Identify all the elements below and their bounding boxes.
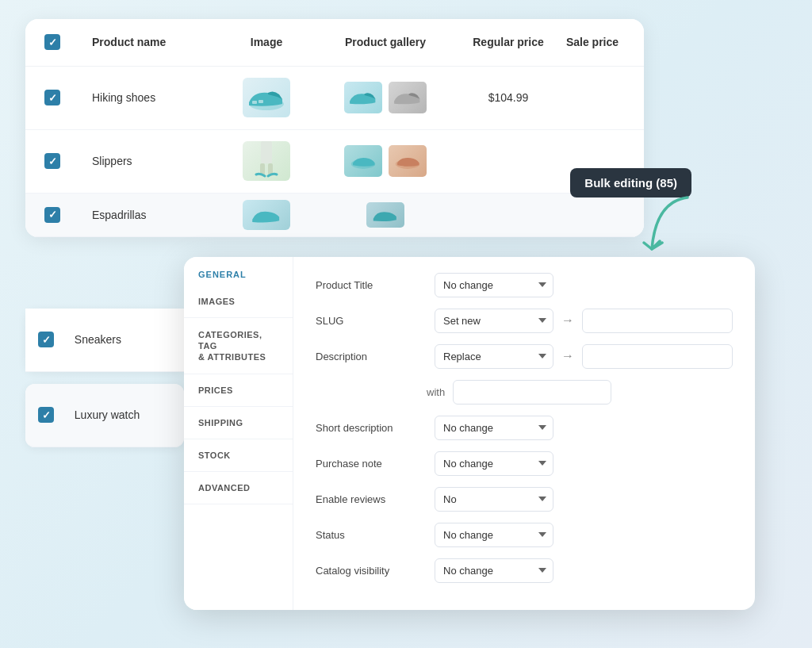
catalog-visibility-select[interactable]: No change Shop and search results Shop o… bbox=[435, 558, 553, 583]
row-image-cell bbox=[219, 78, 314, 117]
product-title-select[interactable]: No change Set new Replace bbox=[435, 273, 553, 297]
purchase-note-select[interactable]: No change Set new Replace bbox=[435, 451, 553, 476]
description-with-row: with bbox=[427, 380, 733, 405]
field-label-enable-reviews: Enable reviews bbox=[316, 493, 427, 505]
field-row-short-description: Short description No change Set new Repl… bbox=[316, 416, 733, 440]
row-checkbox-espadrillas[interactable] bbox=[44, 207, 60, 223]
col-header-sale-price: Sale price bbox=[560, 36, 625, 48]
field-row-status: Status No change Draft Published Private bbox=[316, 523, 733, 547]
field-label-description: Description bbox=[316, 351, 427, 362]
row-checkbox-sneakers[interactable] bbox=[38, 332, 54, 347]
bulk-edit-content: Product Title No change Set new Replace … bbox=[293, 257, 755, 610]
table-row: Sneakers bbox=[25, 309, 184, 372]
row-checkbox-cell bbox=[44, 90, 92, 105]
field-row-product-title: Product Title No change Set new Replace bbox=[316, 273, 733, 297]
row-regular-price: $104.99 bbox=[457, 91, 560, 104]
row-product-name: Luxury watch bbox=[75, 408, 171, 421]
svg-rect-2 bbox=[259, 100, 263, 103]
row-gallery-cell bbox=[314, 82, 457, 113]
row-product-name: Sneakers bbox=[75, 333, 171, 346]
status-select[interactable]: No change Draft Published Private bbox=[435, 523, 553, 547]
enable-reviews-select[interactable]: No No change Yes bbox=[435, 487, 553, 512]
col-header-product-name: Product name bbox=[92, 36, 219, 48]
bulk-arrow bbox=[640, 194, 703, 273]
short-description-select[interactable]: No change Set new Replace bbox=[435, 416, 553, 440]
field-label-purchase-note: Purchase note bbox=[316, 458, 427, 470]
slug-arrow-icon: → bbox=[561, 313, 574, 328]
field-row-slug: SLUG Set new No change Replace → bbox=[316, 309, 733, 333]
header-checkbox-cell bbox=[44, 34, 92, 50]
row-checkbox-cell bbox=[38, 407, 75, 423]
description-select[interactable]: Replace No change Set new Append Prepend bbox=[435, 344, 553, 369]
field-label-status: Status bbox=[316, 529, 427, 541]
col-header-gallery: Product gallery bbox=[314, 36, 457, 48]
row-checkbox-luxury-watch[interactable] bbox=[38, 407, 54, 423]
bulk-edit-panel: GENERAL IMAGES CATEGORIES, TAG& ATTRIBUT… bbox=[184, 257, 755, 610]
table-row: Espadrillas bbox=[25, 194, 644, 237]
description-arrow-icon: → bbox=[561, 349, 574, 363]
sidebar-item-images[interactable]: IMAGES bbox=[184, 286, 293, 318]
description-with-input[interactable] bbox=[453, 380, 611, 405]
row-product-name: Slippers bbox=[92, 155, 219, 167]
table-row: Hiking shoes bbox=[25, 67, 644, 130]
row-gallery-cell bbox=[314, 202, 457, 228]
slug-select[interactable]: Set new No change Replace bbox=[435, 309, 553, 333]
bulk-edit-sidebar: GENERAL IMAGES CATEGORIES, TAG& ATTRIBUT… bbox=[184, 257, 293, 610]
description-input[interactable] bbox=[582, 344, 733, 369]
field-label-slug: SLUG bbox=[316, 315, 427, 327]
row-checkbox-hiking-shoes[interactable] bbox=[44, 90, 60, 105]
sidebar-item-shipping[interactable]: SHIPPING bbox=[184, 407, 293, 439]
col-header-regular-price: Regular price bbox=[457, 36, 560, 48]
tooltip-label: Bulk editing (85) bbox=[584, 176, 677, 190]
field-row-enable-reviews: Enable reviews No No change Yes bbox=[316, 487, 733, 512]
row-checkbox-cell bbox=[44, 153, 92, 169]
row-product-name: Espadrillas bbox=[92, 209, 219, 221]
field-row-purchase-note: Purchase note No change Set new Replace bbox=[316, 451, 733, 476]
row-checkbox-cell bbox=[44, 207, 92, 223]
svg-rect-1 bbox=[252, 101, 257, 104]
select-all-checkbox[interactable] bbox=[44, 34, 60, 50]
field-label-short-description: Short description bbox=[316, 422, 427, 434]
field-label-product-title: Product Title bbox=[316, 279, 427, 291]
sidebar-item-stock[interactable]: STOCK bbox=[184, 439, 293, 472]
table-row: Slippers bbox=[25, 130, 644, 194]
row-image-cell bbox=[219, 200, 314, 230]
sneakers-row-card: Sneakers bbox=[25, 309, 184, 372]
svg-rect-3 bbox=[261, 141, 272, 163]
product-table: Product name Image Product gallery Regul… bbox=[25, 19, 644, 237]
field-row-catalog-visibility: Catalog visibility No change Shop and se… bbox=[316, 558, 733, 583]
sidebar-item-advanced[interactable]: ADVANCED bbox=[184, 472, 293, 504]
slug-input[interactable] bbox=[582, 309, 733, 333]
row-product-name: Hiking shoes bbox=[92, 91, 219, 104]
sidebar-item-prices[interactable]: PRICES bbox=[184, 374, 293, 407]
field-row-description: Description Replace No change Set new Ap… bbox=[316, 344, 733, 369]
row-image-cell bbox=[219, 141, 314, 181]
luxury-watch-row-card: Luxury watch bbox=[25, 384, 184, 447]
col-header-image: Image bbox=[219, 36, 314, 48]
table-row: Luxury watch bbox=[25, 384, 184, 447]
row-checkbox-cell bbox=[38, 332, 75, 347]
with-label-text: with bbox=[427, 386, 445, 398]
row-checkbox-slippers[interactable] bbox=[44, 153, 60, 169]
field-label-catalog-visibility: Catalog visibility bbox=[316, 565, 427, 577]
row-gallery-cell bbox=[314, 145, 457, 177]
sidebar-active-section: GENERAL bbox=[184, 257, 293, 286]
table-header: Product name Image Product gallery Regul… bbox=[25, 19, 644, 67]
sidebar-item-categories[interactable]: CATEGORIES, TAG& ATTRIBUTES bbox=[184, 318, 293, 375]
